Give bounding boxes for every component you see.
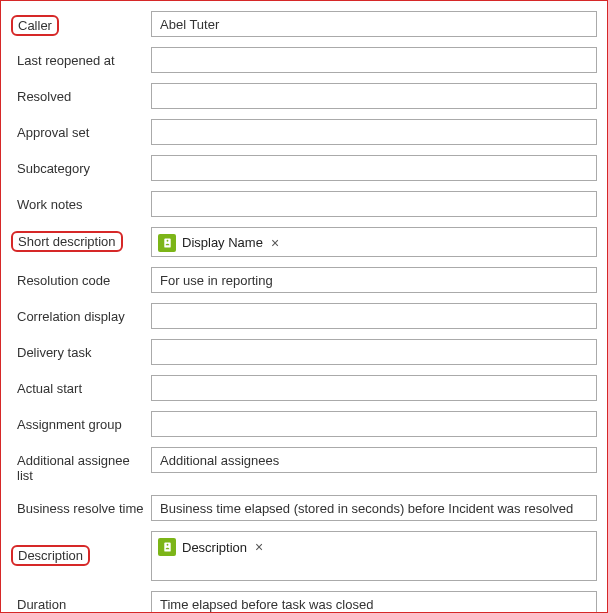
label-resolution-code: Resolution code [11, 271, 116, 290]
row-correlation-display: Correlation display [11, 303, 597, 329]
label-resolved: Resolved [11, 87, 77, 106]
label-last-reopened-at: Last reopened at [11, 51, 121, 70]
row-additional-assignee-list: Additional assignee list [11, 447, 597, 485]
short-description-token-box[interactable]: Display Name × [151, 227, 597, 257]
actual-start-input[interactable] [151, 375, 597, 401]
business-resolve-time-input[interactable] [151, 495, 597, 521]
row-last-reopened-at: Last reopened at [11, 47, 597, 73]
row-resolution-code: Resolution code [11, 267, 597, 293]
description-token-box[interactable]: Description × [151, 531, 597, 581]
label-short-description: Short description [11, 231, 123, 252]
resolution-code-input[interactable] [151, 267, 597, 293]
additional-assignee-list-input[interactable] [151, 447, 597, 473]
approval-set-input[interactable] [151, 119, 597, 145]
duration-input[interactable] [151, 591, 597, 613]
dynamic-content-icon [158, 234, 176, 252]
row-work-notes: Work notes [11, 191, 597, 217]
label-correlation-display: Correlation display [11, 307, 131, 326]
work-notes-input[interactable] [151, 191, 597, 217]
row-actual-start: Actual start [11, 375, 597, 401]
label-assignment-group: Assignment group [11, 415, 128, 434]
form-container: Caller Last reopened at Resolved Approva… [0, 0, 608, 613]
row-approval-set: Approval set [11, 119, 597, 145]
label-subcategory: Subcategory [11, 159, 96, 178]
label-col: Caller [11, 11, 151, 36]
row-duration: Duration [11, 591, 597, 613]
caller-input[interactable] [151, 11, 597, 37]
row-description: Description Description × [11, 531, 597, 581]
token-remove-icon[interactable]: × [269, 236, 281, 250]
label-approval-set: Approval set [11, 123, 95, 142]
correlation-display-input[interactable] [151, 303, 597, 329]
assignment-group-input[interactable] [151, 411, 597, 437]
last-reopened-at-input[interactable] [151, 47, 597, 73]
row-delivery-task: Delivery task [11, 339, 597, 365]
row-assignment-group: Assignment group [11, 411, 597, 437]
row-resolved: Resolved [11, 83, 597, 109]
label-duration: Duration [11, 595, 72, 613]
label-work-notes: Work notes [11, 195, 89, 214]
token-text: Display Name [182, 235, 263, 250]
row-short-description: Short description Display Name × [11, 227, 597, 257]
row-subcategory: Subcategory [11, 155, 597, 181]
token-text: Description [182, 540, 247, 555]
subcategory-input[interactable] [151, 155, 597, 181]
label-business-resolve-time: Business resolve time [11, 499, 149, 518]
label-additional-assignee-list: Additional assignee list [11, 451, 151, 485]
row-business-resolve-time: Business resolve time [11, 495, 597, 521]
token-remove-icon[interactable]: × [253, 540, 265, 554]
dynamic-content-icon [158, 538, 176, 556]
label-description: Description [11, 545, 90, 566]
resolved-input[interactable] [151, 83, 597, 109]
row-caller: Caller [11, 11, 597, 37]
delivery-task-input[interactable] [151, 339, 597, 365]
token-display-name[interactable]: Display Name × [158, 234, 281, 252]
input-col [151, 11, 597, 37]
token-description[interactable]: Description × [158, 538, 265, 556]
label-caller: Caller [11, 15, 59, 36]
label-actual-start: Actual start [11, 379, 88, 398]
label-delivery-task: Delivery task [11, 343, 97, 362]
